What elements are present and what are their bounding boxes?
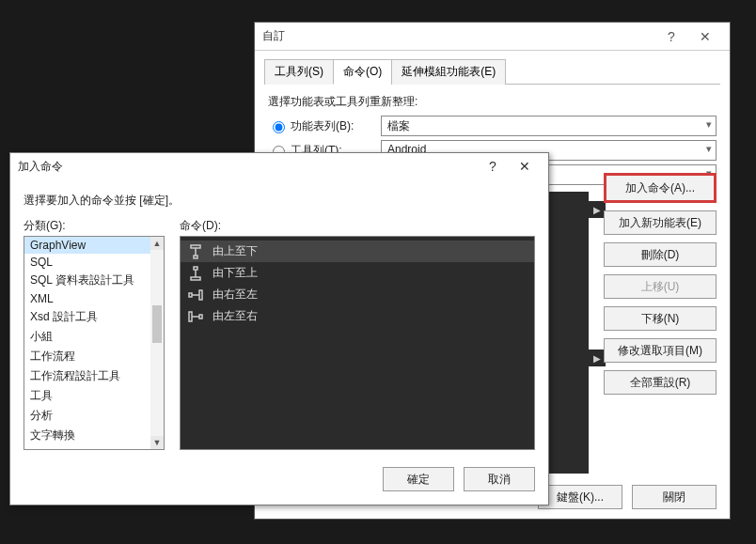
command-label: 命令(D): (180, 218, 535, 234)
help-icon[interactable]: ? (477, 159, 509, 174)
reset-all-button[interactable]: 全部重設(R) (604, 370, 717, 395)
radio-menubar[interactable] (273, 121, 285, 133)
svg-rect-4 (194, 267, 197, 270)
list-item[interactable]: 工作流程設計工具 (24, 366, 164, 386)
add-command-titlebar: 加入命令 ? ✕ (10, 153, 548, 179)
command-listbox[interactable]: 由上至下由下至上由右至左由左至右 (180, 236, 535, 450)
tab-commands[interactable]: 命令(O) (333, 59, 392, 85)
top-to-bottom-icon (188, 244, 203, 259)
cancel-button[interactable]: 取消 (464, 467, 535, 491)
list-item[interactable]: SQL 資料表設計工具 (24, 271, 164, 290)
radio-row-menubar: 功能表列(B): 檔案 (268, 116, 717, 136)
svg-rect-7 (189, 293, 192, 297)
scroll-thumb[interactable] (152, 305, 162, 343)
customize-footer: 鍵盤(K)... 關閉 (538, 485, 717, 509)
list-item[interactable]: 由上至下 (181, 241, 534, 262)
close-icon[interactable]: ✕ (509, 159, 541, 174)
customize-title: 自訂 (262, 28, 654, 44)
scroll-down-icon[interactable]: ▼ (150, 436, 164, 449)
customize-tabbar: 工具列(S) 命令(O) 延伸模組功能表(E) (255, 51, 730, 85)
command-column: 命令(D): 由上至下由下至上由右至左由左至右 (180, 218, 535, 450)
customize-titlebar: 自訂 ? ✕ (255, 23, 730, 51)
help-icon[interactable]: ? (654, 29, 688, 44)
list-item[interactable]: 小組 (24, 327, 164, 347)
svg-rect-6 (199, 290, 202, 300)
list-item[interactable]: Xsd 設計工具 (24, 307, 164, 327)
list-item[interactable]: 由右至左 (181, 284, 534, 305)
list-item[interactable]: 文字轉換 (24, 426, 164, 445)
bottom-to-top-icon (188, 266, 203, 281)
tab-toolbars[interactable]: 工具列(S) (264, 59, 334, 85)
command-item-label: 由左至右 (213, 308, 258, 324)
tab-extensions-menu[interactable]: 延伸模組功能表(E) (391, 59, 506, 85)
svg-rect-10 (199, 315, 202, 319)
add-command-dialog: 加入命令 ? ✕ 選擇要加入的命令並按 [確定]。 分類(G): GraphVi… (9, 152, 549, 505)
modify-selection-button[interactable]: 修改選取項目(M) (604, 338, 717, 363)
close-icon[interactable]: ✕ (688, 29, 722, 44)
scroll-up-icon[interactable]: ▲ (150, 237, 164, 250)
add-command-title: 加入命令 (18, 159, 477, 175)
close-button[interactable]: 關閉 (632, 485, 717, 509)
radio-menubar-label: 功能表列(B): (291, 118, 381, 134)
keyboard-button[interactable]: 鍵盤(K)... (538, 485, 622, 509)
list-item[interactable]: 由左至右 (181, 305, 534, 327)
list-item[interactable]: 延伸模組 (24, 445, 164, 450)
left-to-right-icon (188, 309, 203, 324)
command-item-label: 由上至下 (213, 243, 258, 259)
svg-rect-0 (191, 245, 200, 248)
category-label: 分類(G): (24, 218, 165, 234)
svg-rect-1 (194, 256, 197, 258)
add-menu-button[interactable]: 加入新功能表(E) (604, 210, 717, 235)
add-command-body: 選擇要加入的命令並按 [確定]。 分類(G): GraphViewSQLSQL … (10, 179, 548, 459)
scrollbar[interactable]: ▲ ▼ (150, 237, 164, 449)
list-item[interactable]: SQL (24, 254, 164, 271)
instruction-text: 選擇要加入的命令並按 [確定]。 (24, 193, 535, 209)
category-listbox[interactable]: GraphViewSQLSQL 資料表設計工具XMLXsd 設計工具小組工作流程… (24, 236, 165, 450)
side-button-column: 加入命令(A)... 加入新功能表(E) 刪除(D) 上移(U) 下移(N) 修… (604, 173, 717, 395)
add-command-footer: 確定 取消 (10, 459, 548, 503)
list-item[interactable]: 工作流程 (24, 347, 164, 366)
list-item[interactable]: XML (24, 290, 164, 307)
scroll-track[interactable] (150, 250, 164, 436)
list-item[interactable]: 工具 (24, 386, 164, 406)
svg-rect-9 (189, 312, 192, 321)
move-down-button[interactable]: 下移(N) (604, 306, 717, 331)
delete-button[interactable]: 刪除(D) (604, 242, 717, 267)
add-command-button[interactable]: 加入命令(A)... (604, 173, 717, 203)
category-column: 分類(G): GraphViewSQLSQL 資料表設計工具XMLXsd 設計工… (24, 218, 165, 450)
move-up-button[interactable]: 上移(U) (604, 274, 717, 299)
command-item-label: 由下至上 (213, 265, 258, 281)
list-item[interactable]: 分析 (24, 406, 164, 426)
combo-menubar[interactable]: 檔案 (381, 116, 717, 136)
command-item-label: 由右至左 (213, 287, 258, 303)
ok-button[interactable]: 確定 (383, 467, 454, 491)
list-item[interactable]: 由下至上 (181, 262, 534, 284)
right-to-left-icon (188, 288, 203, 303)
list-item[interactable]: GraphView (24, 237, 164, 254)
svg-rect-3 (191, 277, 200, 280)
section-label: 選擇功能表或工具列重新整理: (268, 94, 717, 110)
